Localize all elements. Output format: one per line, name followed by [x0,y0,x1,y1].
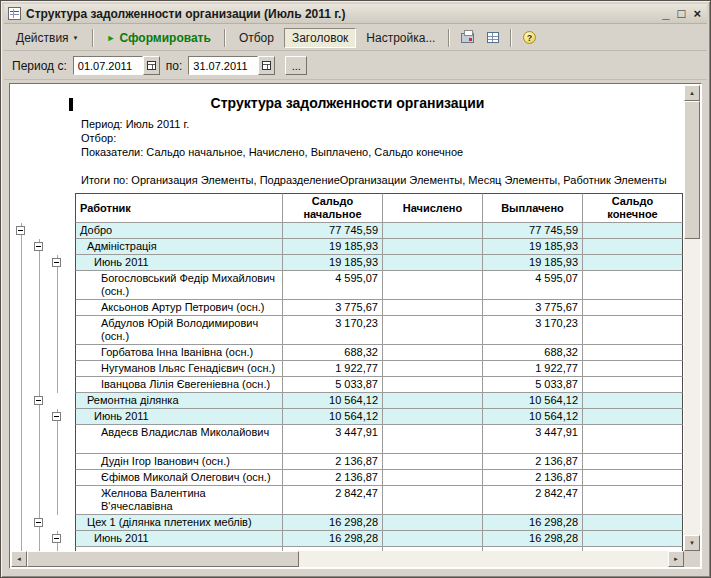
collapse-group-button[interactable] [34,518,43,527]
period-to-calendar-button[interactable] [258,56,275,75]
cell-paid[interactable]: 2 136,87 [483,454,583,470]
cell-saldo-end[interactable] [583,345,683,361]
cell-saldo-end[interactable] [583,316,683,345]
scroll-right-button[interactable]: ► [668,551,684,567]
cell-saldo-start[interactable]: 10 564,12 [283,393,383,409]
cell-saldo-start[interactable]: 2 136,87 [283,470,383,486]
cell-accrued[interactable] [383,345,483,361]
collapse-group-button[interactable] [34,242,43,251]
cell-saldo-start[interactable]: 3 775,67 [283,300,383,316]
cell-worker[interactable]: Желнова Валентина В'ячеславівна [75,486,283,515]
table-row[interactable]: Ремонтна ділянка 10 564,12 10 564,12 [11,393,683,409]
cell-saldo-end[interactable] [583,486,683,515]
cell-saldo-end[interactable] [583,454,683,470]
col-saldo-end[interactable]: Сальдо конечное [583,193,683,223]
cell-saldo-start[interactable]: 19 185,93 [283,239,383,255]
cell-worker[interactable]: Адміністрація [75,239,283,255]
table-row[interactable]: Цех 1 (ділянка плетених меблів) 16 298,2… [11,515,683,531]
cell-paid[interactable]: 2 136,87 [483,470,583,486]
help-button[interactable]: ? [517,28,541,48]
cell-saldo-end[interactable] [583,531,683,547]
cell-saldo-end[interactable] [583,515,683,531]
cell-accrued[interactable] [383,300,483,316]
cell-accrued[interactable] [383,377,483,393]
cell-worker[interactable]: Июнь 2011 [75,409,283,425]
vertical-scrollbar[interactable]: ▲ ▼ [684,85,700,551]
cell-saldo-end[interactable] [583,425,683,454]
cell-saldo-end[interactable] [583,271,683,300]
table-row[interactable]: Авдеєв Владислав Миколайович 3 447,91 3 … [11,425,683,454]
table-row[interactable]: Адміністрація 19 185,93 19 185,93 [11,239,683,255]
cell-saldo-end[interactable] [583,223,683,239]
cell-saldo-end[interactable] [583,361,683,377]
table-row[interactable]: Єфімов Миколай Олегович (осн.) 2 136,87 … [11,470,683,486]
settings-button[interactable]: Настройка... [358,28,443,48]
cell-worker[interactable]: Добро [75,223,283,239]
vertical-scroll-thumb[interactable] [684,101,700,239]
cell-saldo-start[interactable]: 3 447,91 [283,425,383,454]
cell-paid[interactable]: 5 033,87 [483,377,583,393]
filter-button[interactable]: Отбор [231,28,282,48]
period-to-input[interactable] [188,56,258,75]
cell-saldo-start[interactable]: 16 298,28 [283,515,383,531]
cell-worker[interactable]: Июнь 2011 [75,531,283,547]
cell-paid[interactable]: 4 595,07 [483,271,583,300]
cell-saldo-end[interactable] [583,300,683,316]
cell-paid[interactable]: 16 298,28 [483,531,583,547]
cell-accrued[interactable] [383,409,483,425]
table-row[interactable]: Горбатова Інна Іванівна (осн.) 688,32 68… [11,345,683,361]
collapse-group-button[interactable] [52,258,61,267]
cell-worker[interactable]: Іванцова Лілія Євегеніевна (осн.) [75,377,283,393]
table-row[interactable]: Дудін Ігор Іванович (осн.) 2 136,87 2 13… [11,454,683,470]
cell-worker[interactable]: Єфімов Миколай Олегович (осн.) [75,470,283,486]
cell-accrued[interactable] [383,223,483,239]
table-row[interactable]: Желнова Валентина В'ячеславівна 2 842,47… [11,486,683,515]
cell-paid[interactable]: 16 298,28 [483,515,583,531]
cell-paid[interactable]: 2 842,47 [483,486,583,515]
cell-saldo-start[interactable]: 2 842,47 [283,486,383,515]
cell-saldo-end[interactable] [583,255,683,271]
cell-paid[interactable]: 1 922,77 [483,361,583,377]
cell-worker[interactable]: Нугуманов Ільяс Генадієвич (осн.) [75,361,283,377]
cell-paid[interactable]: 688,32 [483,345,583,361]
cell-paid[interactable]: 3 775,67 [483,300,583,316]
export-table-button[interactable] [481,28,505,48]
cell-paid[interactable]: 19 185,93 [483,255,583,271]
cell-saldo-start[interactable]: 16 298,28 [283,531,383,547]
period-from-input[interactable] [73,56,143,75]
print-button[interactable] [455,28,479,48]
cell-worker[interactable]: Цех 1 (ділянка плетених меблів) [75,515,283,531]
cell-accrued[interactable] [383,271,483,300]
cell-paid[interactable]: 3 447,91 [483,425,583,454]
close-button[interactable]: × [693,7,701,21]
horizontal-scroll-thumb[interactable] [27,551,299,567]
cell-paid[interactable]: 10 564,12 [483,393,583,409]
generate-button[interactable]: ► Сформировать [99,28,219,48]
cell-accrued[interactable] [383,515,483,531]
cell-accrued[interactable] [383,239,483,255]
cell-saldo-start[interactable]: 4 595,07 [283,271,383,300]
cell-saldo-start[interactable]: 3 170,23 [283,316,383,345]
title-bar[interactable]: Структура задолженности организации (Июл… [4,4,707,24]
table-row[interactable]: Июнь 2011 19 185,93 19 185,93 [11,255,683,271]
cell-accrued[interactable] [383,393,483,409]
period-options-button[interactable]: ... [285,56,307,75]
table-row[interactable]: Іванцова Лілія Євегеніевна (осн.) 5 033,… [11,377,683,393]
scroll-down-button[interactable]: ▼ [684,535,700,551]
cell-saldo-end[interactable] [583,409,683,425]
cell-saldo-start[interactable]: 688,32 [283,345,383,361]
col-saldo-start[interactable]: Сальдо начальное [283,193,383,223]
cell-saldo-end[interactable] [583,377,683,393]
col-paid[interactable]: Выплачено [483,193,583,223]
header-toggle-button[interactable]: Заголовок [284,28,356,48]
cell-worker[interactable]: Богословський Федір Михайлович (осн.) [75,271,283,300]
col-accrued[interactable]: Начислено [383,193,483,223]
cell-accrued[interactable] [383,361,483,377]
collapse-group-button[interactable] [34,396,43,405]
cell-saldo-start[interactable]: 5 033,87 [283,377,383,393]
scroll-up-button[interactable]: ▲ [684,85,700,101]
cell-saldo-start[interactable]: 19 185,93 [283,255,383,271]
collapse-group-button[interactable] [52,534,61,543]
cell-accrued[interactable] [383,316,483,345]
cell-paid[interactable]: 19 185,93 [483,239,583,255]
